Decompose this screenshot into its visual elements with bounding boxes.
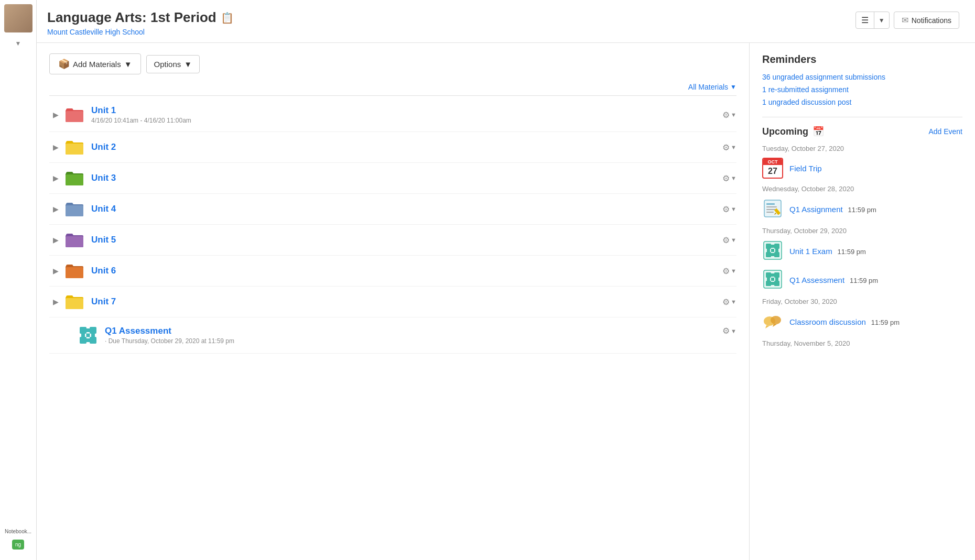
assessment-info: Q1 Assessment · Due Thursday, October 29… [105, 326, 722, 345]
gear-icon: ⚙ [722, 173, 730, 183]
svg-rect-53 [771, 282, 774, 285]
gear-dropdown-icon: ▼ [731, 206, 736, 212]
unit-4-folder-icon [65, 201, 84, 217]
add-event-link[interactable]: Add Event [928, 127, 962, 136]
svg-rect-22 [766, 206, 777, 207]
notifications-button[interactable]: ✉ Notifications [894, 12, 959, 29]
svg-rect-6 [66, 298, 83, 309]
svg-rect-50 [771, 273, 774, 277]
gear-dropdown-icon: ▼ [731, 144, 736, 150]
unit-7-gear[interactable]: ⚙ ▼ [722, 297, 736, 307]
header-left: Language Arts: 1st Period 📋 Mount Castle… [47, 9, 234, 36]
event-name-disc: Classroom discussion [789, 317, 866, 326]
event-info: Classroom discussion 11:59 pm [789, 317, 900, 326]
svg-rect-40 [771, 249, 774, 252]
header: Language Arts: 1st Period 📋 Mount Castle… [37, 0, 975, 43]
svg-rect-24 [766, 212, 774, 213]
view-icon: ☰ [856, 12, 874, 28]
discussion-event-icon [762, 311, 783, 333]
svg-rect-45 [774, 281, 779, 286]
svg-rect-17 [91, 334, 95, 337]
gear-icon: ⚙ [722, 297, 730, 307]
reminder-item-1[interactable]: 36 ungraded assignment submissions [762, 73, 962, 81]
sidebar-badge: ng [12, 540, 24, 550]
unit-5-name: Unit 5 [91, 235, 722, 245]
page-title-icon[interactable]: 📋 [221, 12, 234, 24]
unit-row[interactable]: ▶ Unit 7 ⚙ ▼ [49, 287, 736, 317]
sidebar-collapse-chevron[interactable]: ▼ [15, 40, 21, 47]
options-button[interactable]: Options ▼ [146, 55, 200, 73]
unit-1-gear[interactable]: ⚙ ▼ [722, 110, 736, 120]
school-name[interactable]: Mount Castleville High School [47, 28, 234, 36]
unit-3-name: Unit 3 [91, 173, 722, 183]
cal-day: 27 [763, 165, 782, 178]
assignment-event-icon [762, 198, 783, 221]
main-content: Language Arts: 1st Period 📋 Mount Castle… [37, 0, 975, 560]
calendar-event-icon: OCT 27 [762, 158, 783, 179]
upcoming-date-wed: Wednesday, October 28, 2020 [762, 185, 962, 193]
unit-5-folder-icon [65, 232, 84, 248]
options-arrow: ▼ [184, 60, 192, 69]
gear-icon: ⚙ [722, 235, 730, 245]
all-materials-filter[interactable]: All Materials ▼ [688, 83, 736, 91]
upcoming-date-nov5: Thursday, November 5, 2020 [762, 339, 962, 347]
filter-arrow-icon: ▼ [730, 83, 736, 91]
upcoming-event-row[interactable]: Q1 Assessment 11:59 pm [762, 269, 962, 291]
content-area: 📦 Add Materials ▼ Options ▼ All Material… [37, 43, 975, 560]
svg-rect-30 [766, 252, 771, 257]
filter-label: All Materials [688, 83, 728, 91]
unit-6-name: Unit 6 [91, 266, 722, 276]
gear-icon: ⚙ [722, 326, 730, 336]
svg-rect-16 [81, 334, 85, 337]
upcoming-event-row[interactable]: Classroom discussion 11:59 pm [762, 311, 962, 333]
unit-6-gear[interactable]: ⚙ ▼ [722, 266, 736, 276]
svg-rect-31 [774, 252, 779, 257]
event-name: Q1 Assignment [789, 205, 843, 214]
svg-rect-19 [86, 334, 90, 337]
svg-rect-36 [771, 245, 774, 248]
unit-3-gear[interactable]: ⚙ ▼ [722, 173, 736, 183]
unit-2-gear[interactable]: ⚙ ▼ [722, 142, 736, 152]
unit-row[interactable]: ▶ Unit 5 ⚙ ▼ [49, 225, 736, 256]
gear-dropdown-icon: ▼ [731, 299, 736, 305]
unit-1-date: 4/16/20 10:41am - 4/16/20 11:00am [91, 117, 722, 124]
add-materials-button[interactable]: 📦 Add Materials ▼ [49, 53, 141, 74]
svg-rect-42 [766, 272, 771, 278]
unit-row[interactable]: ▶ Unit 1 4/16/20 10:41am - 4/16/20 11:00… [49, 98, 736, 132]
svg-rect-3 [66, 205, 83, 216]
event-info: Unit 1 Exam 11:59 pm [789, 247, 866, 256]
upcoming-event-row[interactable]: Unit 1 Exam 11:59 pm [762, 240, 962, 262]
unit-row[interactable]: ▶ Unit 4 ⚙ ▼ [49, 194, 736, 225]
upcoming-event-row[interactable]: OCT 27 Field Trip [762, 158, 962, 179]
event-time-disc: 11:59 pm [871, 319, 900, 326]
unit-4-chevron: ▶ [51, 205, 60, 213]
event-info: Field Trip [789, 164, 822, 173]
unit-row[interactable]: ▶ Unit 6 ⚙ ▼ [49, 256, 736, 287]
unit-5-gear[interactable]: ⚙ ▼ [722, 235, 736, 245]
upcoming-date-fri: Friday, October 30, 2020 [762, 298, 962, 305]
assessment-row[interactable]: ▶ [49, 317, 736, 354]
view-toggle-button[interactable]: ☰ ▼ [855, 12, 890, 29]
avatar[interactable] [4, 4, 32, 32]
svg-rect-18 [86, 338, 90, 342]
assessment-gear[interactable]: ⚙ ▼ [722, 326, 736, 336]
upcoming-event-row[interactable]: Q1 Assignment 11:59 pm [762, 198, 962, 221]
unit-row[interactable]: ▶ Unit 2 ⚙ ▼ [49, 132, 736, 163]
unit-row[interactable]: ▶ Unit 3 ⚙ ▼ [49, 163, 736, 194]
add-materials-icon: 📦 [58, 58, 70, 70]
left-sidebar: ▼ Notebook... ng [0, 0, 37, 560]
svg-rect-54 [771, 278, 774, 281]
reminder-item-3[interactable]: 1 ungraded discussion post [762, 98, 962, 106]
cal-month: OCT [763, 159, 782, 165]
unit-7-info: Unit 7 [91, 297, 722, 307]
unit-4-gear[interactable]: ⚙ ▼ [722, 204, 736, 214]
unit-7-folder-icon [65, 294, 84, 310]
svg-rect-39 [771, 253, 774, 256]
unit-2-folder-icon [65, 139, 84, 155]
unit-1-folder-icon [65, 107, 84, 123]
notifications-label: Notifications [912, 16, 951, 25]
reminder-item-2[interactable]: 1 re-submitted assignment [762, 85, 962, 94]
svg-rect-52 [775, 278, 778, 281]
svg-rect-7 [80, 327, 86, 334]
gear-icon: ⚙ [722, 266, 730, 276]
